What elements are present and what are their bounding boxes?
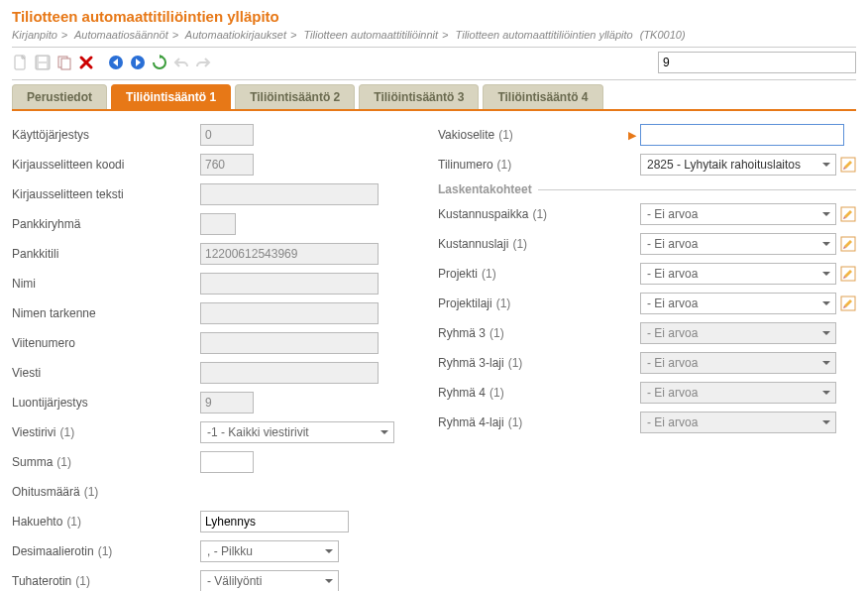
toolbar — [12, 52, 856, 73]
edit-icon[interactable] — [840, 296, 856, 311]
svg-rect-2 — [39, 57, 47, 61]
select-ryhma3: - Ei arvoa — [640, 322, 836, 344]
input-hakuehto[interactable] — [200, 511, 349, 532]
select-tuhaterotin[interactable]: - Välilyönti — [200, 570, 339, 591]
label-kayttojarjestys: Käyttöjärjestys — [12, 128, 200, 142]
label-projekti: Projekti(1) — [438, 267, 626, 281]
label-ryhma4laji: Ryhmä 4-laji(1) — [438, 415, 626, 429]
label-kirjausselitteen-teksti: Kirjausselitteen teksti — [12, 187, 200, 201]
tab-perustiedot[interactable]: Perustiedot — [12, 84, 107, 109]
page-title: Tiliotteen automaattitiliöintien ylläpit… — [12, 8, 856, 25]
select-desimaalierotin[interactable]: , - Pilkku — [200, 540, 339, 562]
label-pankkitili: Pankkitili — [12, 247, 200, 261]
edit-icon[interactable] — [840, 157, 856, 173]
divider-toolbar — [12, 79, 856, 80]
select-projektilaji[interactable]: - Ei arvoa — [640, 293, 836, 314]
label-ryhma3: Ryhmä 3(1) — [438, 326, 626, 340]
svg-rect-3 — [39, 63, 47, 68]
redo-icon[interactable] — [194, 54, 212, 71]
label-nimi: Nimi — [12, 277, 200, 291]
tab-rule-3[interactable]: Tiliöintisääntö 3 — [359, 84, 479, 109]
select-viestirivi[interactable]: -1 - Kaikki viestirivit — [200, 421, 394, 443]
label-ohitusmaara: Ohitusmäärä(1) — [12, 485, 200, 499]
label-ryhma4: Ryhmä 4(1) — [438, 386, 626, 400]
fieldset-legend-laskentakohteet: Laskentakohteet — [438, 182, 856, 196]
label-viesti: Viesti — [12, 366, 200, 380]
label-ryhma3laji: Ryhmä 3-laji(1) — [438, 356, 626, 370]
label-luontijarjestys: Luontijärjestys — [12, 396, 200, 410]
tab-bar: Perustiedot Tiliöintisääntö 1 Tiliöintis… — [12, 84, 856, 111]
label-vakioselite: Vakioselite(1) — [438, 128, 626, 142]
forward-icon[interactable] — [129, 54, 147, 71]
select-ryhma4laji: - Ei arvoa — [640, 412, 836, 433]
label-pankkiryhma: Pankkiryhmä — [12, 217, 200, 231]
input-kirjausselitteen-teksti — [200, 183, 379, 205]
label-tuhaterotin: Tuhaterotin(1) — [12, 574, 200, 588]
tab-rule-4[interactable]: Tiliöintisääntö 4 — [483, 84, 602, 109]
tab-rule-2[interactable]: Tiliöintisääntö 2 — [235, 84, 355, 109]
search-input[interactable] — [658, 52, 856, 73]
select-ryhma4: - Ei arvoa — [640, 382, 836, 404]
input-kirjausselitteen-koodi — [200, 154, 254, 176]
back-icon[interactable] — [107, 54, 125, 71]
input-viitenumero — [200, 332, 379, 354]
indicator-arrow-icon: ▶ — [626, 129, 636, 142]
form-right-column: Vakioselite(1) ▶ Tilinumero(1) 2825 - Ly… — [438, 121, 856, 591]
label-viitenumero: Viitenumero — [12, 336, 200, 350]
copy-icon[interactable] — [55, 54, 73, 71]
select-tilinumero[interactable]: 2825 - Lyhytaik rahoituslaitos — [640, 154, 836, 176]
label-tilinumero: Tilinumero(1) — [438, 158, 626, 172]
delete-icon[interactable] — [77, 54, 95, 71]
input-nimen-tarkenne — [200, 302, 379, 324]
input-viesti — [200, 362, 379, 384]
input-kayttojarjestys — [200, 124, 254, 146]
tab-rule-1[interactable]: Tiliöintisääntö 1 — [111, 84, 231, 109]
input-pankkitili — [200, 243, 379, 265]
input-vakioselite[interactable] — [640, 124, 844, 146]
label-kustannuspaikka: Kustannuspaikka(1) — [438, 207, 626, 221]
input-nimi — [200, 273, 379, 295]
label-desimaalierotin: Desimaalierotin(1) — [12, 544, 200, 558]
save-icon[interactable] — [34, 54, 52, 71]
divider-top — [12, 47, 856, 48]
input-pankkiryhma — [200, 213, 236, 235]
refresh-icon[interactable] — [151, 54, 168, 71]
form-left-column: Käyttöjärjestys Kirjausselitteen koodi K… — [12, 121, 428, 591]
undo-icon[interactable] — [172, 54, 190, 71]
label-viestirivi: Viestirivi(1) — [12, 425, 200, 439]
select-kustannuslaji[interactable]: - Ei arvoa — [640, 233, 836, 255]
edit-icon[interactable] — [840, 266, 856, 282]
new-icon[interactable] — [12, 54, 30, 71]
label-projektilaji: Projektilaji(1) — [438, 296, 626, 310]
label-nimen-tarkenne: Nimen tarkenne — [12, 306, 200, 320]
select-projekti[interactable]: - Ei arvoa — [640, 263, 836, 285]
breadcrumb: Kirjanpito> Automaatiosäännöt> Automaati… — [12, 29, 856, 41]
label-kirjausselitteen-koodi: Kirjausselitteen koodi — [12, 158, 200, 172]
edit-icon[interactable] — [840, 236, 856, 252]
svg-rect-5 — [61, 59, 70, 69]
label-hakuehto: Hakuehto(1) — [12, 515, 200, 529]
label-summa: Summa(1) — [12, 455, 200, 469]
select-ryhma3laji: - Ei arvoa — [640, 352, 836, 374]
edit-icon[interactable] — [840, 206, 856, 222]
input-summa[interactable] — [200, 451, 254, 473]
select-kustannuspaikka[interactable]: - Ei arvoa — [640, 203, 836, 225]
label-kustannuslaji: Kustannuslaji(1) — [438, 237, 626, 251]
input-luontijarjestys — [200, 392, 254, 414]
